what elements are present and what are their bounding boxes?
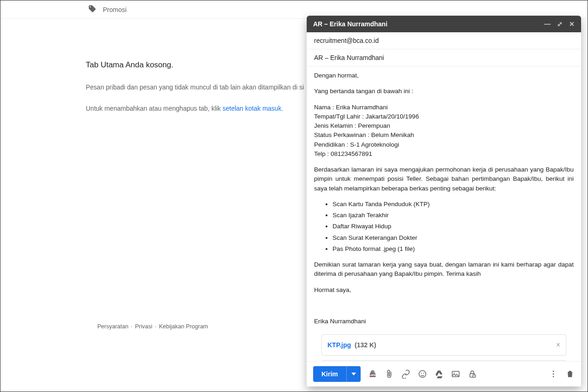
tab-promotions[interactable]: Promosi	[88, 5, 126, 14]
svg-rect-1	[370, 376, 375, 377]
svg-point-6	[453, 372, 454, 373]
attachments-list: KTP.jpg (132 K) × Ijazah.jpg (132 K) × D…	[314, 334, 574, 361]
svg-point-9	[553, 371, 554, 372]
drive-icon[interactable]	[434, 369, 444, 379]
discard-icon[interactable]	[565, 369, 575, 379]
compose-title: AR – Erika Nurramdhani	[313, 20, 387, 28]
subject-field[interactable]: AR – Erika Nurramdhani	[307, 49, 581, 66]
remove-attachment-icon[interactable]: ×	[556, 339, 560, 350]
tag-icon	[88, 5, 96, 14]
compose-header: AR – Erika Nurramdhani — ⤢ ✕	[307, 16, 581, 32]
footer-terms[interactable]: Persyaratan	[97, 323, 128, 330]
send-button[interactable]: Kirim	[313, 366, 361, 382]
minimize-icon[interactable]: —	[544, 20, 551, 28]
tab-label: Promosi	[103, 6, 126, 13]
attachment-item[interactable]: Ijazah.jpg (132 K) ×	[321, 360, 566, 361]
expand-icon[interactable]: ⤢	[557, 20, 563, 28]
image-icon[interactable]	[451, 369, 460, 379]
svg-point-10	[553, 374, 554, 375]
svg-point-11	[553, 376, 554, 377]
compose-body[interactable]: Dengan hormat, Yang bertanda tangan di b…	[307, 66, 581, 361]
send-more-icon[interactable]	[346, 366, 361, 382]
inbox-settings-link[interactable]: setelan kotak masuk	[223, 105, 282, 112]
footer-privacy[interactable]: Privasi	[135, 323, 153, 330]
svg-point-4	[423, 373, 424, 374]
attachment-item[interactable]: KTP.jpg (132 K) ×	[321, 334, 566, 356]
format-icon[interactable]: A	[368, 369, 377, 379]
confidential-icon[interactable]	[468, 369, 477, 379]
to-field[interactable]: recruitment@bca.co.id	[307, 32, 581, 49]
compose-window: AR – Erika Nurramdhani — ⤢ ✕ recruitment…	[307, 16, 581, 386]
attach-icon[interactable]	[385, 369, 394, 379]
more-options-icon[interactable]	[549, 369, 558, 379]
footer-links: Persyaratan · Privasi · Kebijakan Progra…	[0, 323, 305, 330]
emoji-icon[interactable]	[418, 369, 427, 379]
svg-point-3	[421, 373, 422, 374]
close-icon[interactable]: ✕	[569, 20, 575, 28]
link-icon[interactable]	[401, 369, 410, 379]
compose-toolbar: Kirim A	[307, 361, 581, 386]
svg-point-2	[419, 371, 426, 378]
footer-policy[interactable]: Kebijakan Program	[159, 323, 208, 330]
svg-text:A: A	[370, 370, 374, 376]
